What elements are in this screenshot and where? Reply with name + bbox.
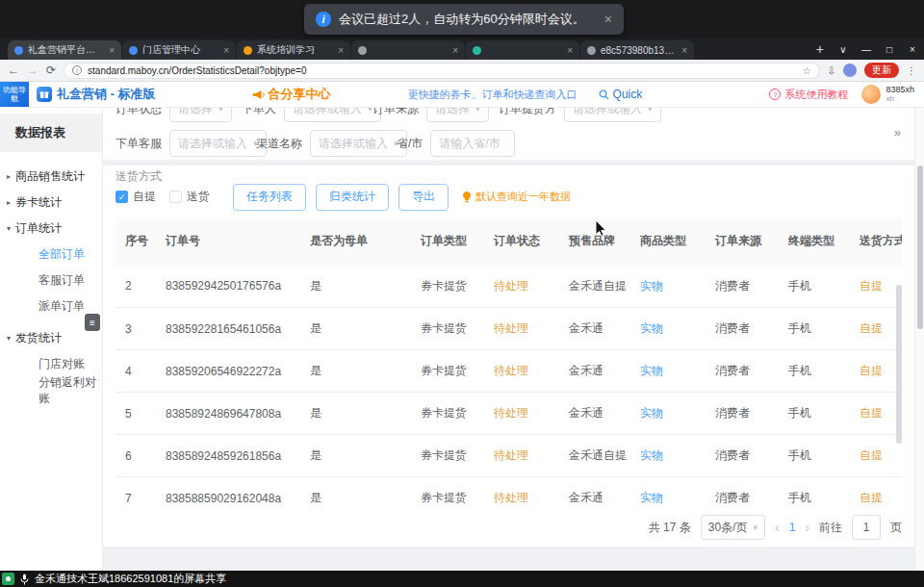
sidebar-item[interactable]: ▸ 券卡统计: [0, 190, 102, 216]
url-text[interactable]: standard.maboy.cn/OrderStatisticsDetail?…: [88, 65, 797, 76]
browser-tab[interactable]: 系统培训学习 ×: [237, 40, 350, 60]
cell-goods-type-link[interactable]: 实物: [630, 477, 706, 509]
cell-delivery: 自提: [850, 308, 902, 350]
column-header: 订单号: [156, 217, 300, 266]
info-icon: i: [316, 12, 331, 27]
sidebar-item[interactable]: ▸ 商品销售统计: [0, 164, 102, 190]
column-header: 序号: [116, 217, 156, 266]
filter-expand-icon[interactable]: »: [894, 125, 901, 140]
action-button[interactable]: 导出: [398, 184, 449, 211]
sidebar-item-label: 券卡统计: [15, 194, 62, 211]
checkbox-pickup[interactable]: ✓ 自提: [116, 189, 156, 205]
quick-entry-tip[interactable]: 更快捷的券卡、订单和快递查询入口: [408, 88, 578, 102]
sidebar-item[interactable]: 分销返利对账: [0, 377, 102, 403]
cell-goods-type-link[interactable]: 实物: [630, 435, 706, 477]
cell-goods-type-link[interactable]: 实物: [630, 308, 706, 350]
cell-status: 待处理: [484, 266, 559, 308]
checkbox-unchecked-icon[interactable]: [169, 191, 182, 203]
browser-tab[interactable]: ×: [351, 40, 465, 60]
tab-close-icon[interactable]: ×: [338, 45, 344, 56]
next-page-icon[interactable]: ›: [805, 520, 809, 535]
reload-icon[interactable]: ⟳: [46, 64, 56, 77]
cell-source: 消费者: [706, 266, 779, 308]
window-maximize-button[interactable]: □: [878, 44, 901, 55]
window-close-button[interactable]: ×: [901, 44, 924, 55]
action-button[interactable]: 任务列表: [233, 184, 306, 211]
goto-page-input[interactable]: [852, 515, 881, 540]
bookmark-star-icon[interactable]: ☆: [803, 65, 811, 76]
cell-goods-type-link[interactable]: 实物: [630, 350, 706, 393]
tab-close-icon[interactable]: ×: [681, 45, 687, 56]
browser-menu-icon[interactable]: ⋮: [907, 65, 916, 76]
sidebar-collapse-handle[interactable]: ≡: [85, 314, 100, 331]
cell-brand: 金禾通: [559, 477, 630, 509]
filter-select[interactable]: 请选择或输入 ▾: [169, 130, 267, 157]
cell-source: 消费者: [706, 393, 779, 435]
tab-close-icon[interactable]: ×: [223, 45, 229, 56]
cell-goods-type-link[interactable]: 实物: [630, 393, 706, 435]
filter-select[interactable]: 请输入省/市: [430, 130, 514, 157]
page-number[interactable]: 1: [789, 521, 796, 534]
download-icon[interactable]: ⇩: [828, 65, 835, 76]
page-size-select[interactable]: 30条/页 ▾: [701, 515, 765, 540]
forward-icon[interactable]: →: [27, 64, 38, 77]
filter-field: 渠道名称 请选择或输入 ▾: [256, 130, 381, 157]
sidebar-menu: ▸ 商品销售统计 ▸ 券卡统计 ▾ 订单统计: [0, 152, 102, 403]
browser-update-button[interactable]: 更新: [864, 63, 899, 78]
megaphone-icon: [252, 89, 265, 100]
address-bar[interactable]: i standard.maboy.cn/OrderStatisticsDetai…: [64, 63, 820, 79]
prev-page-icon[interactable]: ‹: [775, 520, 780, 535]
column-header: 订单状态: [484, 217, 559, 266]
browser-tab[interactable]: ×: [466, 40, 579, 60]
browser-tab[interactable]: e8c573980b1328a258fd2e6 ×: [580, 40, 694, 60]
browser-tab[interactable]: 礼盒营销平台管理中心 ×: [8, 40, 121, 60]
tab-close-icon[interactable]: ×: [109, 45, 115, 56]
checkbox-checked-icon[interactable]: ✓: [116, 191, 128, 203]
chevron-down-icon: ▾: [648, 108, 653, 114]
browser-profile-avatar[interactable]: [843, 64, 857, 77]
screen-share-text: 金禾通技术王斌18662591081的屏幕共享: [35, 572, 226, 586]
column-header: 是否为母单: [300, 217, 411, 266]
sidebar-item[interactable]: ▾ 订单统计: [0, 216, 102, 242]
screen-share-indicator-icon: [2, 573, 14, 585]
filter-placeholder: 请选择或输入: [178, 136, 247, 152]
filter-select[interactable]: 请选择或输入 ▾: [310, 130, 407, 157]
window-minimize-button[interactable]: —: [855, 44, 878, 55]
microphone-icon: [20, 574, 29, 585]
back-icon[interactable]: ←: [8, 64, 19, 77]
cell-order-no: 83858859029162048a: [156, 477, 300, 509]
action-button[interactable]: 归类统计: [316, 184, 389, 211]
user-menu[interactable]: 8385xh xh: [861, 85, 914, 104]
cell-order-type: 券卡提货: [411, 393, 484, 435]
filter-label: 下单人: [242, 108, 276, 117]
browser-tab[interactable]: 门店管理中心 ×: [122, 40, 236, 60]
share-center-link[interactable]: 合分享中心: [252, 86, 331, 103]
sidebar-item-label: 商品销售统计: [15, 168, 85, 185]
filter-panel: 订单状态 请选择 ▾ 下单人 请选择或输入 ▾: [103, 108, 914, 160]
filter-select[interactable]: 请选择 ▾: [169, 108, 232, 122]
cell-is-parent: 是: [300, 393, 411, 435]
checkbox-delivery[interactable]: 送货: [169, 189, 210, 205]
toast-close-icon[interactable]: ×: [604, 12, 612, 27]
page-size-value: 30条/页: [708, 520, 748, 536]
tab-close-icon[interactable]: ×: [452, 45, 458, 56]
new-tab-button[interactable]: +: [816, 41, 824, 57]
table-scrollbar[interactable]: [896, 285, 902, 444]
tab-close-icon[interactable]: ×: [567, 45, 573, 56]
function-nav-toggle[interactable]: 功能导航: [0, 82, 29, 107]
filter-select[interactable]: 请选择或输入 ▾: [564, 108, 661, 122]
cell-goods-type-link[interactable]: 实物: [630, 266, 706, 308]
page-scrollbar-thumb[interactable]: [917, 166, 923, 329]
sidebar-item-label: 分销返利对账: [38, 374, 102, 407]
filter-select[interactable]: 请选择或输入 ▾: [284, 108, 381, 122]
quick-search[interactable]: Quick: [599, 88, 643, 101]
sidebar-item[interactable]: 客服订单: [0, 268, 102, 294]
tab-favicon: [473, 46, 481, 55]
filter-select[interactable]: 请选择 ▾: [426, 108, 489, 122]
cell-status: 待处理: [484, 435, 559, 477]
sidebar-item[interactable]: 全部订单: [0, 242, 102, 268]
cell-source: 消费者: [706, 308, 779, 350]
tutorial-link[interactable]: ? 系统使用教程: [769, 88, 848, 102]
tab-search-icon[interactable]: ∨: [832, 44, 855, 55]
site-info-icon[interactable]: i: [72, 65, 82, 75]
